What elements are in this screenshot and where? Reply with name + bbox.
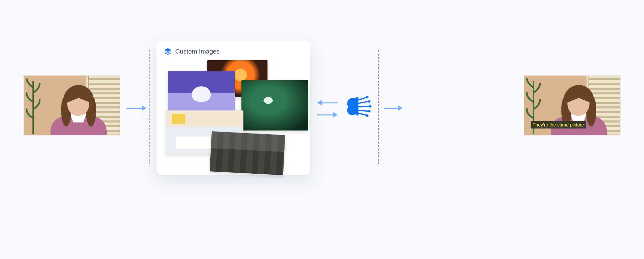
flow-divider	[149, 50, 149, 164]
custom-images-card: Custom Images	[156, 41, 310, 175]
plant-icon	[26, 78, 40, 134]
thumb-green-leaves	[241, 80, 308, 131]
portrait-scene	[24, 76, 120, 135]
arrow-left-icon	[317, 100, 338, 105]
arrow-right-icon	[317, 112, 338, 117]
thumb-arctic-fox	[168, 71, 235, 111]
ai-brain-icon	[344, 94, 373, 118]
svg-line-3	[358, 110, 368, 111]
svg-point-6	[368, 100, 370, 102]
output-image: They're the same picture	[524, 75, 621, 136]
meme-caption: They're the same picture	[531, 121, 586, 128]
svg-line-2	[358, 106, 369, 107]
flow-divider	[378, 50, 379, 164]
input-image	[23, 75, 120, 136]
arrow-right-icon	[126, 106, 146, 110]
card-title: Custom Images	[175, 48, 220, 55]
svg-line-1	[358, 101, 368, 103]
svg-line-4	[358, 113, 366, 115]
arrow-right-icon	[384, 106, 403, 110]
layers-icon	[164, 48, 172, 56]
svg-point-9	[366, 114, 368, 117]
svg-line-0	[358, 97, 366, 100]
svg-point-5	[366, 96, 368, 98]
svg-point-8	[368, 110, 370, 112]
thumb-open-office	[210, 131, 285, 175]
portrait-scene: They're the same picture	[524, 76, 620, 135]
image-collage	[164, 60, 303, 167]
svg-point-7	[369, 105, 371, 107]
card-header: Custom Images	[164, 48, 303, 56]
